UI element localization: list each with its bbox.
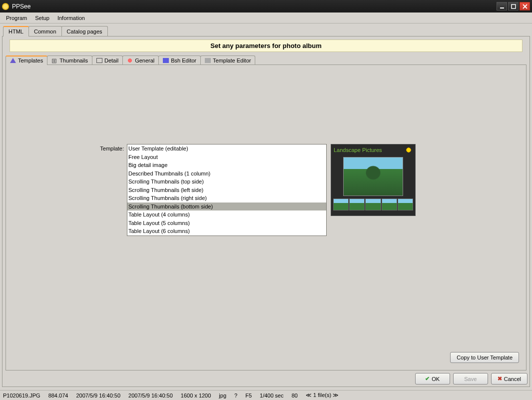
preview-thumb	[333, 198, 349, 210]
preview-main-image	[343, 157, 403, 196]
template-option[interactable]: User Template (editable)	[127, 144, 326, 153]
sub-tab-label: Bsh Editor	[171, 58, 196, 64]
svg-rect-0	[500, 8, 504, 8]
close-button[interactable]	[520, 2, 530, 10]
status-filename: P1020619.JPG	[3, 392, 40, 398]
template-option[interactable]: Table Layout (5 columns)	[127, 219, 326, 228]
tab-common[interactable]: Common	[28, 26, 62, 36]
titlebar: PPSee	[0, 0, 532, 12]
save-label: Save	[464, 376, 477, 382]
template-option[interactable]: Free Layout	[127, 153, 326, 162]
status-q: ?	[234, 392, 237, 398]
status-date1: 2007/5/9 16:40:50	[76, 392, 120, 398]
copy-to-user-template-button[interactable]: Copy to User Template	[450, 352, 519, 363]
menu-program[interactable]: Program	[2, 14, 31, 22]
general-icon	[127, 58, 133, 63]
preview-thumb	[365, 198, 381, 210]
preview-thumb	[398, 198, 413, 210]
menu-setup[interactable]: Setup	[31, 14, 53, 22]
template-option[interactable]: Table Layout (4 columns)	[127, 210, 326, 219]
content-panel: Set any parameters for photo album Templ…	[2, 36, 530, 387]
status-shutter: 1/400 sec	[260, 392, 284, 398]
banner: Set any parameters for photo album	[9, 40, 523, 52]
check-icon: ✔	[425, 376, 430, 382]
status-size: 884.074	[48, 392, 68, 398]
maximize-button[interactable]	[508, 2, 519, 10]
preview-thumb	[382, 198, 397, 210]
template-option[interactable]: Scrolling Thumbnails (left side)	[127, 186, 326, 194]
template-option[interactable]: Scrolling Thumbnails (top side)	[127, 178, 326, 186]
preview-thumbs	[331, 198, 415, 212]
template-area: Template: User Template (editable) Free …	[98, 144, 327, 236]
template-option-selected[interactable]: Scrolling Thumbnails (bottom side)	[127, 202, 326, 211]
templates-icon	[10, 58, 16, 63]
sub-tab-templates[interactable]: Templates	[5, 56, 47, 65]
sub-tabs: Templates Thumbnails Detail General Bsh …	[2, 55, 530, 64]
sub-tab-label: Templates	[18, 58, 43, 64]
save-button[interactable]: Save	[453, 373, 488, 384]
template-label: Template:	[98, 144, 124, 236]
dialog-buttons: ✔ OK Save ✖ Cancel	[415, 373, 528, 384]
sub-tab-general[interactable]: General	[122, 56, 159, 65]
template-preview: Landscape Pictures	[331, 144, 416, 216]
preview-thumb	[349, 198, 365, 210]
top-tabs: HTML Common Catalog pages	[0, 24, 532, 36]
ok-button[interactable]: ✔ OK	[415, 373, 450, 384]
flower-icon	[405, 146, 413, 154]
cancel-label: Cancel	[504, 376, 521, 382]
app-icon	[2, 3, 9, 10]
sub-tab-label: Template Editor	[213, 58, 251, 64]
sub-tab-thumbnails[interactable]: Thumbnails	[47, 56, 92, 65]
statusbar: P1020619.JPG 884.074 2007/5/9 16:40:50 2…	[0, 390, 532, 400]
x-icon: ✖	[498, 376, 502, 382]
sub-tab-template-editor[interactable]: Template Editor	[200, 56, 255, 65]
template-option[interactable]: Table Layout (6 columns)	[127, 227, 326, 236]
svg-rect-1	[512, 4, 516, 8]
tab-catalog-pages[interactable]: Catalog pages	[61, 26, 108, 36]
template-editor-icon	[205, 58, 211, 63]
status-nav: ≪ 1 file(s) ≫	[306, 392, 339, 398]
status-date2: 2007/5/9 16:40:50	[128, 392, 173, 398]
cancel-button[interactable]: ✖ Cancel	[491, 373, 528, 384]
menubar: Program Setup Information	[0, 12, 532, 24]
sub-tab-label: Detail	[104, 58, 118, 64]
detail-icon	[96, 58, 102, 63]
tab-html[interactable]: HTML	[3, 26, 29, 36]
minimize-button[interactable]	[497, 2, 507, 10]
menu-information[interactable]: Information	[53, 14, 89, 22]
bsh-editor-icon	[163, 58, 169, 63]
sub-content: Template: User Template (editable) Free …	[5, 64, 527, 370]
preview-title-row: Landscape Pictures	[331, 144, 415, 156]
sub-tab-label: Thumbnails	[59, 58, 88, 64]
status-fstop: F5	[245, 392, 252, 398]
template-option[interactable]: Described Thumbnails (1 column)	[127, 170, 326, 178]
status-dimensions: 1600 x 1200	[181, 392, 211, 398]
template-option[interactable]: Scrolling Thumbnails (right side)	[127, 194, 326, 202]
preview-title: Landscape Pictures	[334, 147, 382, 153]
window-title: PPSee	[12, 3, 496, 10]
sub-tab-label: General	[135, 58, 154, 64]
ok-label: OK	[432, 376, 440, 382]
status-format: jpg	[219, 392, 226, 398]
thumbnails-icon	[51, 58, 57, 63]
template-option[interactable]: Big detail image	[127, 161, 326, 170]
template-list[interactable]: User Template (editable) Free Layout Big…	[127, 144, 327, 236]
sub-tab-detail[interactable]: Detail	[92, 56, 123, 65]
sub-tab-bsh-editor[interactable]: Bsh Editor	[158, 56, 201, 65]
status-iso: 80	[292, 392, 298, 398]
